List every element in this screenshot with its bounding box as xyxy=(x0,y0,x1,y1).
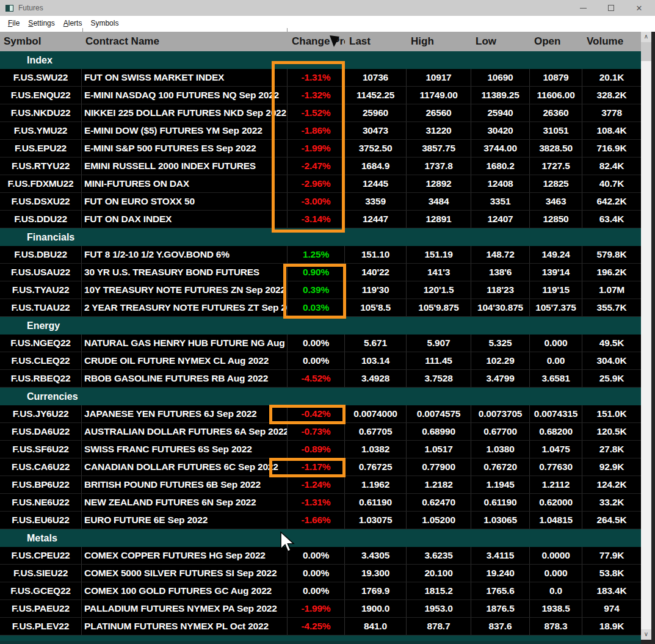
cell-last: 1769.9 xyxy=(345,582,407,599)
cell-name: NEW ZEALAND FUTURES 6N Sep 2022 xyxy=(82,494,288,511)
cell-open: 0.00 xyxy=(530,352,582,369)
cell-open: 0.000 xyxy=(530,335,582,352)
table-row[interactable]: F.US.BP6U22BRITISH POUND FUTURES 6B Sep … xyxy=(0,476,641,494)
scroll-down-button[interactable]: ∨ xyxy=(641,629,651,640)
cell-volume: 151.0K xyxy=(582,405,641,422)
cell-high: 0.0074575 xyxy=(407,405,471,422)
cell-high: 141'3 xyxy=(407,264,471,281)
table-row[interactable]: F.US.DA6U22AUSTRALIAN DOLLAR FUTURES 6A … xyxy=(0,423,641,441)
cell-high: 0.77900 xyxy=(407,458,471,476)
cell-change: -0.89% xyxy=(288,441,345,458)
table-row[interactable]: F.US.DBU22FUT 8 1/2-10 1/2 Y.GOV.BOND 6%… xyxy=(0,246,641,264)
menu-file[interactable]: File xyxy=(4,18,24,29)
cell-volume: 974 xyxy=(582,600,641,617)
column-header-last[interactable]: Last xyxy=(345,32,407,51)
cell-high: 0.62470 xyxy=(407,494,471,511)
cell-low: 0.61190 xyxy=(471,494,530,511)
cell-change: -4.25% xyxy=(288,618,345,635)
cell-low: 1765.6 xyxy=(471,582,530,599)
column-header-symbol[interactable]: Symbol xyxy=(0,32,82,51)
cell-high: 31220 xyxy=(407,122,471,139)
cell-symbol: F.US.PLEV22 xyxy=(0,618,82,635)
table-row[interactable]: F.US.SF6U22SWISS FRANC FUTURES 6S Sep 20… xyxy=(0,441,641,458)
cell-low: 1.0380 xyxy=(471,441,530,458)
table-row[interactable]: F.US.NGEQ22NATURAL GAS HENRY HUB FUTURE … xyxy=(0,335,641,352)
window-title: Futures xyxy=(18,4,43,12)
scrollbar-thumb[interactable] xyxy=(641,42,651,61)
cell-low: 11389.25 xyxy=(471,87,530,104)
column-header-open[interactable]: Open xyxy=(530,32,582,51)
scroll-up-button[interactable]: ∧ xyxy=(641,32,651,42)
cell-volume: 264.5K xyxy=(582,512,641,529)
cell-symbol: F.US.CLEQ22 xyxy=(0,352,82,369)
cell-symbol: F.US.EPU22 xyxy=(0,140,82,157)
cell-volume: 579.8K xyxy=(582,246,641,263)
vertical-scrollbar[interactable]: ∧ ∨ xyxy=(641,32,651,640)
column-header-volume[interactable]: Volume xyxy=(582,32,641,51)
cell-last: 1.0382 xyxy=(345,441,407,458)
table-row[interactable]: F.US.PLEV22PLATINUM FUTURES NYMEX PL Oct… xyxy=(0,618,641,635)
table-row[interactable]: F.US.GCEQ22COMEX 100 GOLD FUTURES GC Aug… xyxy=(0,582,641,600)
column-header-low[interactable]: Low xyxy=(471,32,530,51)
cell-last: 841.0 xyxy=(345,618,407,635)
cell-symbol: F.US.SF6U22 xyxy=(0,441,82,458)
cell-last: 3.4305 xyxy=(345,547,407,564)
cell-name: FUT ON EURO STOXX 50 xyxy=(82,193,288,210)
column-header-high[interactable]: High xyxy=(407,32,471,51)
menu-symbols[interactable]: Symbols xyxy=(86,18,123,29)
table-row[interactable]: F.US.CLEQ22CRUDE OIL FUTURE NYMEX CL Aug… xyxy=(0,352,641,370)
cell-open: 10879 xyxy=(530,69,582,86)
column-header-contract-name[interactable]: Contract Name xyxy=(82,32,288,51)
cell-high: 1737.8 xyxy=(407,157,471,175)
cell-high: 12891 xyxy=(407,211,471,228)
cell-last: 1.03075 xyxy=(345,512,407,529)
cell-last: 0.67705 xyxy=(345,423,407,440)
cell-last: 30473 xyxy=(345,122,407,139)
close-button[interactable]: ✕ xyxy=(625,0,653,16)
cell-high: 11749.00 xyxy=(407,87,471,104)
titlebar[interactable]: Futures ✕ xyxy=(0,0,655,16)
cell-symbol: F.US.SWU22 xyxy=(0,69,82,86)
cell-symbol: F.US.CPEU22 xyxy=(0,547,82,564)
cell-high: 5.907 xyxy=(407,335,471,352)
cell-high: 1815.2 xyxy=(407,582,471,599)
cell-open: 1727.5 xyxy=(530,157,582,175)
cell-volume: 77.9K xyxy=(582,547,641,564)
minimize-button[interactable] xyxy=(569,0,597,16)
cell-last: 3.4928 xyxy=(345,370,407,387)
cell-symbol: F.US.RBEQ22 xyxy=(0,370,82,387)
cell-low: 3.4115 xyxy=(471,547,530,564)
cell-last: 0.61190 xyxy=(345,494,407,511)
table-row[interactable]: F.US.EU6U22EURO FUTURE 6E Sep 2022-1.66%… xyxy=(0,512,641,529)
down-triangle-cursor xyxy=(329,35,340,48)
cell-last: 1684.9 xyxy=(345,157,407,175)
cell-volume: 82.4K xyxy=(582,157,641,175)
cell-symbol: F.US.DA6U22 xyxy=(0,423,82,440)
cell-volume: 196.2K xyxy=(582,264,641,281)
table-row[interactable]: F.US.NE6U22NEW ZEALAND FUTURES 6N Sep 20… xyxy=(0,494,641,512)
cell-change: 0.00% xyxy=(288,565,345,582)
mouse-cursor-icon xyxy=(280,531,295,554)
cell-name: E-MINI NASDAQ 100 FUTURES NQ Sep 2022 xyxy=(82,87,288,104)
menu-alerts[interactable]: Alerts xyxy=(59,18,87,29)
cell-name: 2 YEAR TREASURY NOTE FUTURES ZT Sep 2022 xyxy=(82,299,288,316)
cell-symbol: F.US.NGEQ22 xyxy=(0,335,82,352)
cell-volume: 53.8K xyxy=(582,565,641,582)
maximize-button[interactable] xyxy=(597,0,625,16)
table-row[interactable]: F.US.SIEU22COMEX 5000 SILVER FUTURES SI … xyxy=(0,565,641,582)
cell-last: 3359 xyxy=(345,193,407,210)
section-header-currencies: Currencies xyxy=(0,388,641,405)
table-row[interactable]: F.US.PAEU22PALLADIUM FUTURES NYMEX PA Se… xyxy=(0,600,641,618)
cell-name: PALLADIUM FUTURES NYMEX PA Sep 2022 xyxy=(82,600,288,617)
table-row[interactable]: F.US.CPEU22COMEX COPPER FUTURES HG Sep 2… xyxy=(0,547,641,565)
cell-volume: 40.7K xyxy=(582,175,641,192)
table-row[interactable]: F.US.RBEQ22RBOB GASOLINE FUTURES RB Aug … xyxy=(0,370,641,388)
cell-symbol: F.US.YMU22 xyxy=(0,122,82,139)
menu-settings[interactable]: Settings xyxy=(24,18,59,29)
cell-volume: 355.7K xyxy=(582,299,641,316)
cell-low: 104'30.875 xyxy=(471,299,530,316)
cell-volume: 183.4K xyxy=(582,582,641,599)
cell-name: E-MINI DOW ($5) FUTURES YM Sep 2022 xyxy=(82,122,288,139)
cell-name: 30 YR U.S. TREASURY BOND FUTURES xyxy=(82,264,288,281)
cell-volume: 18.9K xyxy=(582,618,641,635)
